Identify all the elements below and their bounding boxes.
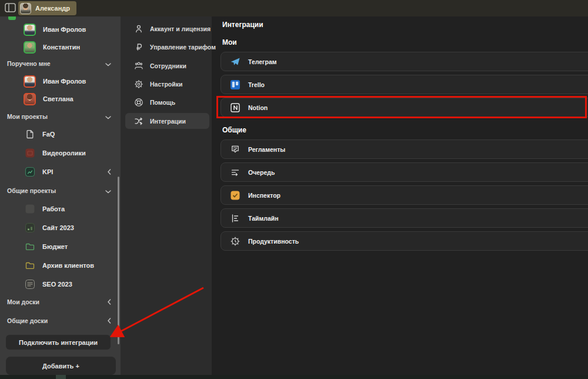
sidebar-section-shared-projects[interactable]: Общие проекты (0, 182, 121, 199)
people-icon (134, 61, 143, 71)
ruble-icon (134, 42, 143, 52)
project-icon (25, 204, 35, 214)
kpi-project-icon (25, 167, 35, 177)
sidebar-item-project-videos[interactable]: Видеоролики (0, 145, 121, 161)
section-label-my: Мои (222, 38, 237, 46)
member-label: Иван Фролов (43, 26, 86, 33)
menu-item-help[interactable]: Помощь (125, 94, 209, 110)
sidebar-item-project-clients-archive[interactable]: Архив клиентов (0, 257, 121, 274)
chevron-down-icon (105, 111, 111, 122)
integration-card-productivity[interactable]: Продуктивность (220, 231, 588, 251)
top-bar: Александр (0, 0, 588, 16)
avatar (24, 75, 36, 88)
project-label: Архив клиентов (42, 262, 94, 269)
person-icon (134, 24, 143, 34)
sidebar-item-member[interactable]: Светлана (0, 91, 121, 107)
menu-item-settings[interactable]: Настройки (125, 76, 209, 92)
sidebar-section-my-boards[interactable]: Мои доски (0, 294, 121, 310)
inspector-icon (230, 190, 240, 201)
file-icon (25, 129, 35, 139)
partial-avatar (8, 16, 16, 20)
menu-item-integrations[interactable]: Интеграции (125, 113, 209, 129)
integration-card-queue[interactable]: Очередь (220, 162, 588, 182)
queue-icon (230, 167, 240, 178)
page-title: Интеграции (222, 21, 263, 29)
menu-item-label: Сотрудники (150, 62, 186, 69)
sidebar-section-shared-boards[interactable]: Общие доски (0, 312, 121, 329)
integration-card-telegram[interactable]: Телеграм (220, 52, 588, 71)
avatar (24, 41, 36, 54)
avatar (20, 3, 31, 14)
project-label: Бюджет (42, 243, 68, 250)
sidebar-item-project-faq[interactable]: FaQ (0, 126, 121, 142)
current-user-name: Александр (35, 5, 70, 12)
project-label: Работа (42, 205, 65, 212)
section-label: Поручено мне (7, 60, 51, 67)
integration-card-regulations[interactable]: Регламенты (220, 139, 588, 159)
sidebar-item-member[interactable]: Иван Фролов (0, 21, 121, 38)
integration-card-trello[interactable]: Trello (220, 75, 588, 94)
connect-integrations-button[interactable]: Подключить интеграции (6, 335, 111, 350)
integrations-page: Интеграции Мои Телеграм Trello Notion Об… (212, 16, 588, 379)
menu-item-employees[interactable]: Сотрудники (125, 58, 209, 74)
sidebar-item-project-work[interactable]: Работа (0, 201, 121, 217)
project-label: Сайт 2023 (42, 224, 74, 231)
lifebuoy-icon (134, 98, 143, 107)
avatar (24, 93, 36, 105)
integration-card-notion[interactable]: Notion (220, 98, 588, 117)
chevron-down-icon (105, 58, 111, 69)
sidebar-item-member[interactable]: Иван Фролов (0, 73, 121, 89)
integration-label: Регламенты (248, 146, 285, 153)
menu-item-label: Помощь (150, 99, 175, 106)
integrations-icon (134, 117, 143, 126)
sidebar-collapse-icon[interactable] (5, 3, 16, 13)
folder-icon (25, 241, 35, 252)
menu-item-label: Управление тарифом (150, 44, 216, 51)
trello-icon (230, 79, 240, 90)
menu-item-label: Аккаунт и лицензия (150, 25, 211, 32)
chevron-left-icon (108, 167, 111, 177)
regulations-icon (230, 144, 240, 155)
sidebar-item-project-budget[interactable]: Бюджет (0, 238, 121, 255)
member-label: Константин (43, 44, 80, 51)
sidebar: Иван Фролов Константин Поручено мне Иван… (0, 16, 121, 379)
project-label: FaQ (42, 131, 55, 138)
settings-menu: Аккаунт и лицензия Управление тарифом Со… (121, 16, 212, 379)
section-label: Мои доски (7, 298, 39, 305)
section-label-shared: Общие (222, 126, 246, 134)
integration-label: Trello (248, 81, 265, 88)
sidebar-section-my-projects[interactable]: Мои проекты (0, 108, 121, 125)
sidebar-item-project-kpi[interactable]: KPI (0, 164, 121, 180)
site-project-icon (25, 222, 35, 233)
chevron-down-icon (105, 185, 111, 196)
sidebar-scrollbar[interactable] (118, 177, 119, 344)
chevron-left-icon (108, 297, 111, 307)
telegram-icon (230, 56, 240, 67)
project-label: KPI (42, 168, 53, 175)
integration-card-inspector[interactable]: Инспектор (220, 185, 588, 205)
sidebar-section-assigned-to-me[interactable]: Поручено мне (0, 55, 121, 72)
menu-item-account[interactable]: Аккаунт и лицензия (125, 21, 209, 36)
video-project-icon (25, 148, 35, 158)
window-bottom-edge (0, 375, 588, 379)
notion-icon (230, 102, 240, 113)
menu-item-label: Настройки (150, 81, 182, 88)
menu-item-tariff[interactable]: Управление тарифом (125, 39, 209, 55)
sidebar-item-project-site2023[interactable]: Сайт 2023 (0, 220, 121, 236)
avatar (24, 24, 36, 36)
integration-card-timeline[interactable]: Таймлайн (220, 208, 588, 228)
section-label: Общие проекты (7, 187, 56, 194)
project-label: Видеоролики (42, 149, 86, 157)
seo-project-icon (25, 279, 35, 290)
add-button[interactable]: Добавить + (6, 357, 116, 375)
bottom-notch (56, 375, 66, 379)
timeline-icon (230, 213, 240, 224)
member-label: Иван Фролов (43, 78, 86, 85)
section-label: Общие доски (7, 317, 48, 324)
chevron-left-icon (108, 315, 111, 326)
current-user-chip[interactable]: Александр (18, 1, 76, 15)
member-label: Светлана (43, 95, 74, 102)
integration-label: Notion (248, 104, 268, 111)
sidebar-item-project-seo2023[interactable]: SEO 2023 (0, 276, 121, 292)
sidebar-item-member[interactable]: Константин (0, 39, 121, 55)
